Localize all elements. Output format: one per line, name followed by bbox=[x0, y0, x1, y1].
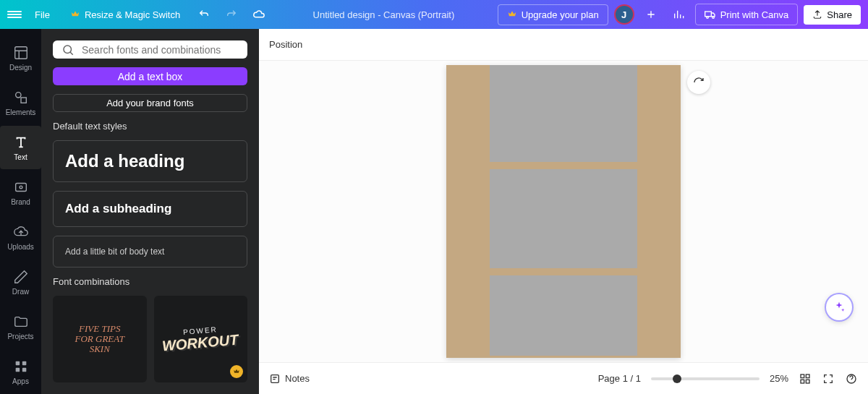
svg-rect-11 bbox=[22, 367, 26, 371]
svg-rect-15 bbox=[806, 374, 809, 378]
add-heading-button[interactable]: Add a heading bbox=[53, 140, 247, 182]
sidebar-item-label: Draw bbox=[12, 288, 29, 296]
canvas-image-2[interactable] bbox=[490, 169, 637, 268]
upgrade-button[interactable]: Upgrade your plan bbox=[498, 4, 608, 25]
sidebar-item-label: Apps bbox=[12, 377, 29, 385]
brand-fonts-button[interactable]: Add your brand fonts bbox=[53, 94, 247, 112]
apps-icon bbox=[13, 359, 29, 374]
default-styles-label: Default text styles bbox=[53, 121, 247, 132]
canvas-page[interactable] bbox=[446, 65, 681, 358]
ai-assistant-button[interactable] bbox=[826, 294, 852, 320]
sparkle-icon bbox=[833, 301, 846, 314]
sidebar-item-apps[interactable]: Apps bbox=[0, 350, 41, 393]
svg-point-12 bbox=[64, 46, 72, 53]
svg-rect-10 bbox=[15, 367, 20, 371]
sidebar-item-elements[interactable]: Elements bbox=[0, 81, 41, 124]
pencil-icon bbox=[13, 269, 29, 285]
sidebar-item-label: Brand bbox=[11, 198, 30, 206]
sidebar-item-label: Design bbox=[9, 64, 32, 72]
shapes-icon bbox=[13, 90, 29, 106]
notes-button[interactable]: Notes bbox=[269, 373, 310, 385]
add-body-text-button[interactable]: Add a little bit of body text bbox=[53, 236, 247, 267]
svg-point-2 bbox=[712, 17, 714, 19]
help-button[interactable] bbox=[845, 372, 858, 385]
zoom-level[interactable]: 25% bbox=[770, 373, 788, 384]
cloud-sync-icon[interactable] bbox=[248, 4, 270, 25]
upload-icon bbox=[812, 9, 822, 20]
search-box[interactable] bbox=[53, 40, 247, 59]
topbar: File Resize & Magic Switch Untitled desi… bbox=[0, 0, 868, 29]
combo-preview-text: FIVE TIPS FOR GREAT SKIN bbox=[75, 324, 124, 355]
tool-sidebar: Design Elements Text Brand Uploads Draw … bbox=[0, 29, 41, 394]
svg-point-1 bbox=[706, 17, 708, 19]
canvas-image-1[interactable] bbox=[490, 65, 637, 162]
font-combo-card-2[interactable]: POWER WORKOUT bbox=[154, 296, 248, 382]
combo-preview-text: POWER WORKOUT bbox=[162, 327, 239, 351]
position-button[interactable]: Position bbox=[269, 39, 302, 50]
svg-rect-3 bbox=[14, 46, 27, 59]
canvas-viewport[interactable] bbox=[259, 61, 868, 362]
crown-icon bbox=[507, 9, 517, 20]
font-combo-card-1[interactable]: FIVE TIPS FOR GREAT SKIN bbox=[53, 296, 147, 382]
search-icon bbox=[61, 43, 75, 56]
svg-rect-0 bbox=[705, 12, 711, 17]
add-member-button[interactable] bbox=[640, 4, 662, 25]
sidebar-item-uploads[interactable]: Uploads bbox=[0, 215, 41, 259]
svg-rect-5 bbox=[21, 98, 26, 103]
canvas-image-3[interactable] bbox=[490, 275, 637, 356]
sidebar-item-label: Elements bbox=[6, 108, 36, 116]
folder-icon bbox=[13, 314, 29, 330]
sidebar-item-brand[interactable]: Brand bbox=[0, 171, 41, 214]
fullscreen-button[interactable] bbox=[822, 372, 835, 385]
search-input[interactable] bbox=[82, 44, 239, 56]
truck-icon bbox=[705, 9, 716, 20]
refresh-icon bbox=[693, 77, 705, 88]
premium-badge bbox=[230, 365, 243, 378]
templates-icon bbox=[13, 45, 29, 61]
file-button[interactable]: File bbox=[27, 5, 57, 25]
add-text-box-button[interactable]: Add a text box bbox=[53, 67, 247, 85]
cloud-upload-icon bbox=[13, 224, 29, 240]
page-indicator[interactable]: Page 1 / 1 bbox=[598, 373, 641, 384]
svg-rect-6 bbox=[15, 183, 26, 191]
canvas-bottombar: Notes Page 1 / 1 25% bbox=[259, 362, 868, 394]
brand-icon bbox=[13, 179, 29, 195]
share-button[interactable]: Share bbox=[804, 5, 861, 25]
sidebar-item-label: Uploads bbox=[7, 243, 34, 251]
redo-button[interactable] bbox=[221, 4, 242, 25]
zoom-slider[interactable] bbox=[651, 377, 760, 380]
grid-view-button[interactable] bbox=[799, 372, 812, 385]
font-combos-label: Font combinations bbox=[53, 276, 247, 287]
crown-icon bbox=[70, 9, 80, 20]
canvas-toolbar: Position bbox=[259, 29, 868, 61]
text-icon bbox=[13, 134, 29, 150]
avatar[interactable]: J bbox=[614, 4, 634, 25]
notes-icon bbox=[269, 373, 281, 385]
analytics-button[interactable] bbox=[668, 4, 689, 25]
svg-rect-8 bbox=[15, 361, 20, 365]
sidebar-item-label: Text bbox=[14, 153, 27, 161]
canvas-area: Position Notes Page 1 / 1 bbox=[259, 29, 868, 394]
add-subheading-button[interactable]: Add a subheading bbox=[53, 191, 247, 227]
text-panel: Add a text box Add your brand fonts Defa… bbox=[41, 29, 259, 394]
print-button[interactable]: Print with Canva bbox=[695, 4, 799, 25]
undo-button[interactable] bbox=[193, 4, 215, 25]
sidebar-item-label: Projects bbox=[7, 333, 33, 341]
svg-point-7 bbox=[20, 186, 22, 189]
sidebar-item-design[interactable]: Design bbox=[0, 36, 41, 80]
sidebar-item-draw[interactable]: Draw bbox=[0, 260, 41, 304]
svg-point-4 bbox=[15, 92, 20, 97]
svg-rect-16 bbox=[801, 380, 804, 383]
svg-rect-14 bbox=[801, 374, 804, 378]
document-title[interactable]: Untitled design - Canvas (Portrait) bbox=[276, 9, 492, 20]
svg-rect-9 bbox=[22, 361, 26, 365]
svg-rect-17 bbox=[806, 380, 809, 383]
canvas-undo-button[interactable] bbox=[687, 71, 710, 94]
menu-icon[interactable] bbox=[7, 9, 22, 20]
sidebar-item-text[interactable]: Text bbox=[0, 126, 41, 169]
sidebar-item-projects[interactable]: Projects bbox=[0, 305, 41, 348]
resize-magic-button[interactable]: Resize & Magic Switch bbox=[63, 5, 187, 25]
